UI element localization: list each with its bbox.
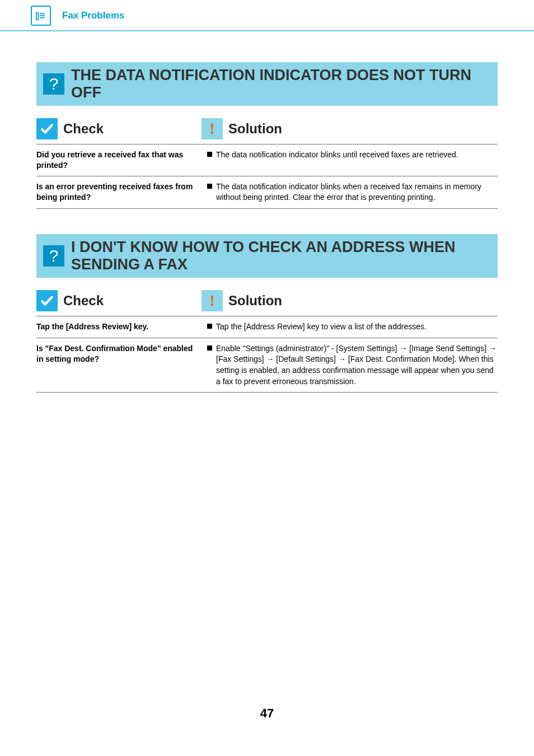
- solution-text: The data notification indicator blinks u…: [207, 150, 498, 171]
- solution-line: Enable "Settings (administrator)" - [Sys…: [216, 343, 498, 387]
- solution-column-label: Solution: [228, 121, 282, 137]
- solution-line: Tap the [Address Review] key to view a l…: [216, 321, 427, 333]
- check-text: Is "Fax Dest. Confirmation Mode" enabled…: [36, 343, 207, 387]
- checkmark-icon: [36, 290, 58, 311]
- breadcrumb[interactable]: Fax Problems: [62, 10, 125, 21]
- checkmark-icon: [36, 118, 58, 139]
- page-content: ? THE DATA NOTIFICATION INDICATOR DOES N…: [0, 31, 534, 393]
- question-icon: ?: [43, 73, 64, 95]
- problem-block: ? I DON'T KNOW HOW TO CHECK AN ADDRESS W…: [36, 234, 498, 393]
- bullet-icon: [207, 346, 212, 351]
- solution-text: Enable "Settings (administrator)" - [Sys…: [207, 343, 498, 387]
- svg-rect-0: [36, 13, 39, 20]
- table-row: Is "Fax Dest. Confirmation Mode" enabled…: [36, 338, 498, 393]
- fax-section-icon: [31, 6, 51, 26]
- exclamation-icon: !: [202, 118, 223, 139]
- solution-text: The data notification indicator blinks w…: [207, 181, 498, 203]
- check-text: Is an error preventing received faxes fr…: [36, 181, 207, 203]
- check-text: Did you retrieve a received fax that was…: [36, 150, 207, 171]
- bullet-icon: [207, 184, 212, 189]
- table-row: Is an error preventing received faxes fr…: [36, 176, 498, 209]
- top-bar: Fax Problems: [0, 0, 534, 31]
- problem-title: THE DATA NOTIFICATION INDICATOR DOES NOT…: [71, 62, 498, 106]
- page-number: 47: [0, 706, 534, 738]
- problem-block: ? THE DATA NOTIFICATION INDICATOR DOES N…: [36, 62, 498, 209]
- check-solution-table: Tap the [Address Review] key. Tap the [A…: [36, 316, 498, 393]
- solution-column-label: Solution: [228, 293, 282, 309]
- column-headers: Check ! Solution: [36, 290, 498, 311]
- table-row: Did you retrieve a received fax that was…: [36, 144, 498, 176]
- check-solution-table: Did you retrieve a received fax that was…: [36, 144, 498, 209]
- check-column-label: Check: [63, 293, 104, 309]
- column-headers: Check ! Solution: [36, 118, 498, 139]
- solution-line: The data notification indicator blinks w…: [216, 181, 498, 203]
- bullet-icon: [207, 152, 212, 157]
- check-column-label: Check: [63, 121, 104, 137]
- solution-line: The data notification indicator blinks u…: [216, 150, 458, 161]
- bullet-icon: [207, 324, 212, 329]
- check-text: Tap the [Address Review] key.: [36, 321, 207, 333]
- exclamation-icon: !: [202, 290, 223, 311]
- table-row: Tap the [Address Review] key. Tap the [A…: [36, 316, 498, 338]
- problem-header: ? THE DATA NOTIFICATION INDICATOR DOES N…: [36, 62, 498, 106]
- solution-text: Tap the [Address Review] key to view a l…: [207, 321, 498, 333]
- problem-title: I DON'T KNOW HOW TO CHECK AN ADDRESS WHE…: [71, 234, 498, 278]
- question-icon: ?: [43, 245, 64, 267]
- problem-header: ? I DON'T KNOW HOW TO CHECK AN ADDRESS W…: [36, 234, 498, 278]
